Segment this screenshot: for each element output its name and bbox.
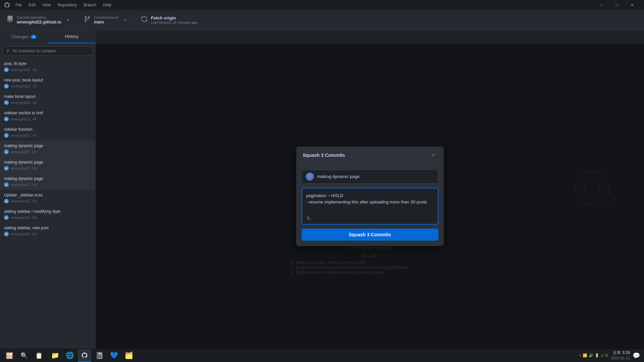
commit-title: sidebar function [4,127,91,132]
taskbar-app-github[interactable] [78,349,91,362]
commit-title: make book layout [4,94,91,99]
branch-compare-section: No branches to compare [0,44,95,59]
squash-commits-button[interactable]: Squash 3 Commits [302,229,438,241]
menu-file[interactable]: File [13,2,24,8]
avatar: w [4,84,9,88]
menu-view[interactable]: View [40,2,54,8]
add-coauthor-button[interactable] [306,216,311,221]
commit-time: 5d [33,166,37,170]
list-item[interactable]: adding sidebar / modifying style w wnwog… [0,206,95,223]
taskbar-left: 🪟 🔍 📋 📁 🌐 📓 💙 🗂️ [4,349,136,362]
tray-ime-icon: 韓 [605,353,608,358]
content-area: ↗ 3 commits are selected. You can: Selec… [96,44,644,349]
list-item[interactable]: post, fit style w wnwoghd22 2d [0,59,95,75]
taskbar-app-explorer[interactable]: 📁 [48,349,62,362]
avatar: w [4,149,9,154]
commit-author: wnwoghd22 [11,183,31,187]
changes-tab-label: Changes [11,34,29,39]
commit-title: Update _sidebar.scss [4,193,91,197]
taskbar-clock[interactable]: 오후 3:28 2022-01-11 [611,350,630,361]
commit-title: adding sidebar, new post [4,226,91,230]
commit-title: new post, book layout [4,78,91,82]
commit-author: wnwoghd22 [11,84,31,88]
maximize-button[interactable]: □ [609,0,625,10]
task-view-button[interactable]: 📋 [34,350,44,361]
avatar: w [4,117,9,121]
commit-time: 3d [33,101,37,105]
fetch-text: Fetch origin Last fetched 18 minutes ago [151,15,197,24]
commit-title: making dynamic page [4,176,91,181]
current-repo-section[interactable]: Current repository wnwoghd22.github.io ▼ [0,10,77,30]
list-item[interactable]: new post, book layout w wnwoghd22 3d [0,75,95,92]
commit-meta: w wnwoghd22 6d [4,232,91,236]
commit-summary-input[interactable] [317,174,434,179]
taskbar-app-chrome[interactable]: 🌐 [63,349,76,362]
commit-meta: w wnwoghd22 3d [4,84,91,88]
branch-compare-input[interactable]: No branches to compare [3,46,93,56]
commit-time: 6d [33,232,37,236]
fetch-icon [141,16,148,24]
commit-meta: w wnwoghd22 5d [4,149,91,154]
list-item[interactable]: make book layout w wnwoghd22 3d [0,92,95,108]
commit-time: 4d [33,133,37,137]
taskbar-app-notion[interactable]: 📓 [93,349,106,362]
menu-repository[interactable]: Repository [55,2,79,8]
branch-compare-placeholder: No branches to compare [12,49,56,53]
commit-author: wnwoghd22 [11,133,31,137]
list-item[interactable]: sidebar function w wnwoghd22 4d [0,124,95,141]
avatar: w [4,215,9,220]
menu-branch[interactable]: Branch [81,2,99,8]
list-item[interactable]: sidebar onclick to href w wnwoghd22 4d [0,108,95,124]
sidebar-tabs: Changes 8 History [0,30,96,44]
list-item[interactable]: making dynamic page w wnwoghd22 5d [0,157,95,174]
current-branch-section[interactable]: Current branch main ▼ [77,10,134,30]
tab-changes[interactable]: Changes 8 [0,30,48,43]
commit-author: wnwoghd22 [11,68,31,72]
list-item[interactable]: making dynamic page w wnwoghd22 5d [0,141,95,157]
commit-title: adding sidebar / modifying style [4,209,91,214]
close-button[interactable]: ✕ [625,0,640,10]
menu-edit[interactable]: Edit [26,2,38,8]
commit-meta: w wnwoghd22 4d [4,117,91,121]
commit-meta: w wnwoghd22 2d [4,67,91,72]
commit-time: 5d [33,183,37,187]
taskbar-notification-icon[interactable]: 💬 [633,352,640,359]
commit-summary-row [302,170,438,184]
start-button[interactable]: 🪟 [4,350,15,361]
clock-date: 2022-01-11 [611,356,630,361]
commit-meta: w wnwoghd22 3d [4,100,91,105]
main-layout: No branches to compare post, fit style w… [0,44,644,349]
commit-meta: w wnwoghd22 5d [4,199,91,203]
commit-time: 5d [33,216,37,220]
list-item[interactable]: making dynamic page w wnwoghd22 5d [0,174,95,190]
search-taskbar-button[interactable]: 🔍 [19,350,30,361]
changes-badge: 8 [31,35,37,39]
taskbar-app-vscode[interactable]: 💙 [107,349,121,362]
minimize-button[interactable]: ─ [594,0,609,10]
branch-icon [84,16,91,24]
app-logo [4,2,10,8]
commit-message-area[interactable]: pagination ~ HOLD - resume implementing … [302,188,438,225]
repo-icon [7,16,13,24]
menu-help[interactable]: Help [100,2,114,8]
tray-chevron-icon[interactable]: ∧ [579,353,581,358]
avatar: w [4,199,9,203]
taskbar: 🪟 🔍 📋 📁 🌐 📓 💙 🗂️ ∧ 📶 🔊 🔋 A 韓 오후 3:2 [0,349,644,362]
history-tab-label: History [65,34,78,39]
list-item[interactable]: Update _sidebar.scss w wnwoghd22 5d [0,190,95,206]
commit-title: post, fit style [4,61,91,66]
modal-close-button[interactable]: ✕ [430,152,437,159]
list-item[interactable]: adding sidebar, new post w wnwoghd22 6d [0,223,95,239]
taskbar-app-onenote[interactable]: 🗂️ [122,349,136,362]
fetch-origin-section[interactable]: Fetch origin Last fetched 18 minutes ago [134,10,204,30]
tray-volume-icon[interactable]: 🔊 [589,353,593,358]
titlebar: File Edit View Repository Branch Help ─ … [0,0,644,10]
repo-text: Current repository wnwoghd22.github.io [17,15,61,24]
branch-label: Current branch [94,15,118,19]
avatar: w [4,182,9,187]
commit-title: making dynamic page [4,143,91,148]
commit-time: 3d [33,84,37,88]
branch-chevron-icon: ▼ [123,18,127,22]
avatar: w [4,232,9,236]
tab-history[interactable]: History [48,30,96,43]
